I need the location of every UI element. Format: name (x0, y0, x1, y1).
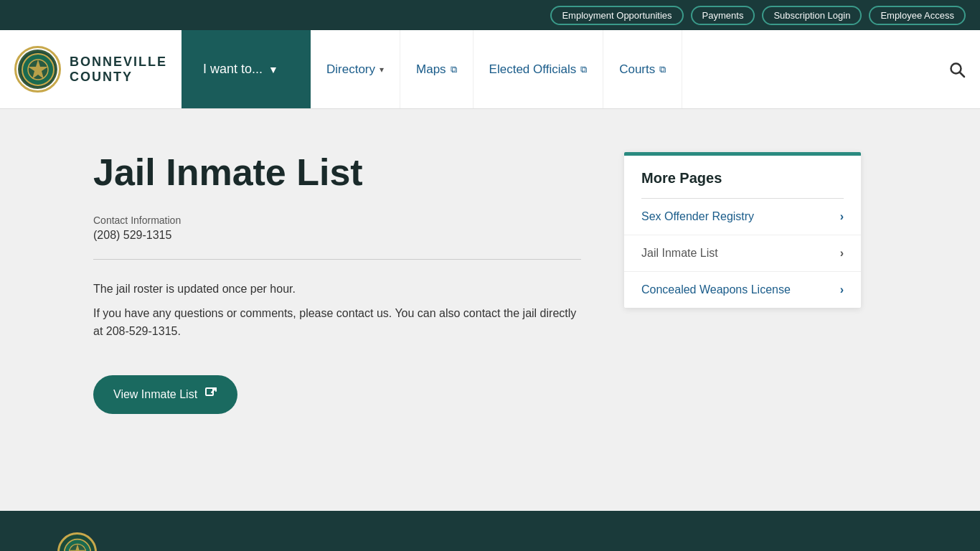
sidebar: More Pages Sex Offender Registry › Jail … (624, 152, 861, 468)
logo-area: BONNEVILLE COUNTY (0, 30, 182, 108)
payments-btn[interactable]: Payments (691, 6, 755, 25)
sidebar-jail-inmate-label: Jail Inmate List (641, 247, 718, 260)
i-want-label: I want to... (203, 62, 263, 77)
chevron-right-icon-3: › (840, 283, 844, 296)
view-btn-external-icon (204, 387, 217, 402)
main-nav: Directory ▾ Maps ⧉ Elected Officials ⧉ C… (311, 30, 934, 108)
logo-icon (18, 50, 57, 89)
logo-text: BONNEVILLE COUNTY (70, 55, 167, 85)
directory-dropdown-icon: ▾ (380, 65, 384, 75)
subscription-btn[interactable]: Subscription Login (762, 6, 862, 25)
chevron-right-icon-2: › (840, 247, 844, 260)
sidebar-item-concealed-weapons[interactable]: Concealed Weapons License › (624, 272, 861, 308)
sidebar-item-jail-inmate: Jail Inmate List › (624, 235, 861, 272)
body-text-2: If you have any questions or comments, p… (93, 304, 581, 341)
i-want-button[interactable]: I want to... ▼ (182, 30, 311, 108)
body-text-1: The jail roster is updated once per hour… (93, 280, 581, 298)
contact-phone: (208) 529-1315 (93, 229, 581, 242)
nav-item-elected[interactable]: Elected Officials ⧉ (473, 30, 604, 108)
footer (0, 511, 980, 551)
contact-label: Contact Information (93, 215, 581, 226)
elected-external-icon: ⧉ (580, 64, 587, 75)
nav-item-maps[interactable]: Maps ⧉ (400, 30, 473, 108)
logo-county: COUNTY (70, 70, 167, 85)
employee-access-btn[interactable]: Employee Access (869, 6, 966, 25)
more-pages-title: More Pages (624, 156, 861, 198)
logo-circle (14, 46, 61, 93)
nav-elected-label: Elected Officials (489, 62, 577, 77)
dropdown-arrow-icon: ▼ (268, 64, 278, 75)
employment-btn[interactable]: Employment Opportunities (550, 6, 683, 25)
nav-maps-label: Maps (416, 62, 446, 77)
nav-directory-label: Directory (326, 62, 375, 77)
sidebar-item-sex-offender[interactable]: Sex Offender Registry › (624, 199, 861, 235)
nav-courts-label: Courts (619, 62, 655, 77)
page-title: Jail Inmate List (93, 152, 581, 193)
sidebar-sex-offender-label: Sex Offender Registry (641, 210, 754, 223)
view-inmate-list-button[interactable]: View Inmate List (93, 375, 237, 414)
nav-item-courts[interactable]: Courts ⧉ (603, 30, 682, 108)
header: BONNEVILLE COUNTY I want to... ▼ Directo… (0, 30, 980, 109)
main-content: Jail Inmate List Contact Information (20… (0, 109, 980, 511)
logo-bonneville: BONNEVILLE (70, 55, 167, 70)
top-bar: Employment Opportunities Payments Subscr… (0, 0, 980, 30)
view-btn-label: View Inmate List (113, 388, 197, 401)
maps-external-icon: ⧉ (451, 64, 457, 75)
search-button[interactable] (934, 30, 980, 108)
courts-external-icon: ⧉ (659, 64, 666, 75)
more-pages-card: More Pages Sex Offender Registry › Jail … (624, 152, 861, 308)
footer-logo (57, 532, 97, 551)
content-divider (93, 259, 581, 260)
content-left: Jail Inmate List Contact Information (20… (93, 152, 581, 468)
svg-line-4 (960, 72, 964, 77)
nav-item-directory[interactable]: Directory ▾ (311, 30, 400, 108)
chevron-right-icon-1: › (840, 210, 844, 223)
sidebar-concealed-weapons-label: Concealed Weapons License (641, 283, 791, 296)
